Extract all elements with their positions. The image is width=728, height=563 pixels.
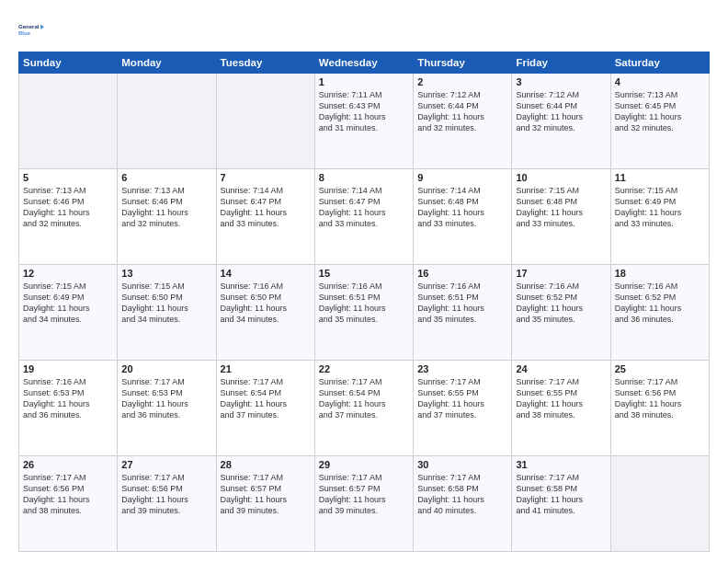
day-number: 14: [221, 268, 311, 279]
calendar-cell: 23Sunrise: 7:17 AMSunset: 6:55 PMDayligh…: [414, 361, 512, 456]
calendar-cell: 22Sunrise: 7:17 AMSunset: 6:54 PMDayligh…: [314, 361, 413, 456]
calendar-cell: 18Sunrise: 7:16 AMSunset: 6:52 PMDayligh…: [610, 265, 709, 361]
cell-content: Daylight: 11 hours: [121, 398, 211, 409]
cell-content: Sunset: 6:44 PM: [516, 100, 606, 111]
cell-content: Daylight: 11 hours: [417, 111, 507, 122]
day-header-monday: Monday: [118, 52, 216, 74]
cell-content: Sunset: 6:45 PM: [615, 100, 705, 111]
cell-content: and 31 minutes.: [319, 122, 409, 133]
cell-content: and 39 minutes.: [121, 505, 211, 516]
cell-content: Sunset: 6:46 PM: [121, 196, 211, 207]
day-number: 31: [516, 459, 606, 470]
cell-content: Sunset: 6:50 PM: [121, 292, 211, 303]
cell-content: and 33 minutes.: [417, 218, 507, 229]
calendar-cell: [118, 74, 216, 169]
cell-content: Daylight: 11 hours: [615, 111, 705, 122]
cell-content: Daylight: 11 hours: [516, 398, 606, 409]
cell-content: and 34 minutes.: [23, 314, 113, 325]
day-header-tuesday: Tuesday: [216, 52, 314, 74]
calendar-week-5: 26Sunrise: 7:17 AMSunset: 6:56 PMDayligh…: [19, 456, 710, 552]
cell-content: Sunset: 6:57 PM: [221, 483, 311, 494]
cell-content: Daylight: 11 hours: [417, 494, 507, 505]
cell-content: Sunset: 6:49 PM: [23, 292, 113, 303]
calendar-cell: 3Sunrise: 7:12 AMSunset: 6:44 PMDaylight…: [512, 74, 610, 169]
cell-content: Sunset: 6:47 PM: [319, 196, 409, 207]
cell-content: Daylight: 11 hours: [615, 207, 705, 218]
calendar-cell: 21Sunrise: 7:17 AMSunset: 6:54 PMDayligh…: [216, 361, 314, 456]
cell-content: Sunset: 6:54 PM: [319, 387, 409, 398]
cell-content: Daylight: 11 hours: [615, 303, 705, 314]
cell-content: Daylight: 11 hours: [221, 207, 311, 218]
day-number: 16: [417, 268, 507, 279]
cell-content: and 33 minutes.: [221, 218, 311, 229]
calendar-cell: 19Sunrise: 7:16 AMSunset: 6:53 PMDayligh…: [19, 361, 118, 456]
day-number: 6: [121, 172, 211, 183]
cell-content: and 35 minutes.: [319, 314, 409, 325]
calendar-cell: 24Sunrise: 7:17 AMSunset: 6:55 PMDayligh…: [512, 361, 610, 456]
cell-content: Sunrise: 7:15 AM: [615, 185, 705, 196]
calendar-cell: [216, 74, 314, 169]
calendar-header-row: SundayMondayTuesdayWednesdayThursdayFrid…: [19, 52, 710, 74]
cell-content: Daylight: 11 hours: [121, 494, 211, 505]
cell-content: Sunset: 6:58 PM: [417, 483, 507, 494]
day-header-saturday: Saturday: [610, 52, 709, 74]
cell-content: Sunset: 6:48 PM: [417, 196, 507, 207]
cell-content: Sunrise: 7:16 AM: [615, 281, 705, 292]
calendar-week-3: 12Sunrise: 7:15 AMSunset: 6:49 PMDayligh…: [19, 265, 710, 361]
day-header-wednesday: Wednesday: [314, 52, 413, 74]
day-number: 21: [221, 363, 311, 374]
cell-content: Daylight: 11 hours: [516, 303, 606, 314]
cell-content: Sunrise: 7:17 AM: [121, 472, 211, 483]
day-number: 2: [417, 76, 507, 87]
cell-content: Sunrise: 7:15 AM: [23, 281, 113, 292]
cell-content: Sunrise: 7:17 AM: [121, 376, 211, 387]
svg-text:General: General: [18, 24, 40, 29]
day-number: 28: [221, 459, 311, 470]
day-number: 20: [121, 363, 211, 374]
cell-content: Sunrise: 7:13 AM: [121, 185, 211, 196]
day-number: 30: [417, 459, 507, 470]
cell-content: Sunrise: 7:16 AM: [319, 281, 409, 292]
cell-content: and 34 minutes.: [221, 314, 311, 325]
calendar-cell: 12Sunrise: 7:15 AMSunset: 6:49 PMDayligh…: [19, 265, 118, 361]
cell-content: and 40 minutes.: [417, 505, 507, 516]
cell-content: Sunset: 6:49 PM: [615, 196, 705, 207]
cell-content: Sunrise: 7:16 AM: [23, 376, 113, 387]
cell-content: Sunrise: 7:15 AM: [121, 281, 211, 292]
calendar-cell: 20Sunrise: 7:17 AMSunset: 6:53 PMDayligh…: [118, 361, 216, 456]
cell-content: and 36 minutes.: [23, 409, 113, 420]
cell-content: Sunrise: 7:17 AM: [221, 376, 311, 387]
calendar-cell: [610, 456, 709, 552]
cell-content: Daylight: 11 hours: [121, 207, 211, 218]
cell-content: Daylight: 11 hours: [23, 494, 113, 505]
calendar-cell: 2Sunrise: 7:12 AMSunset: 6:44 PMDaylight…: [414, 74, 512, 169]
day-header-friday: Friday: [512, 52, 610, 74]
day-number: 27: [121, 459, 211, 470]
day-number: 7: [221, 172, 311, 183]
day-header-thursday: Thursday: [414, 52, 512, 74]
cell-content: Sunrise: 7:17 AM: [516, 376, 606, 387]
calendar-cell: 25Sunrise: 7:17 AMSunset: 6:56 PMDayligh…: [610, 361, 709, 456]
cell-content: and 38 minutes.: [23, 505, 113, 516]
day-number: 15: [319, 268, 409, 279]
calendar-cell: 17Sunrise: 7:16 AMSunset: 6:52 PMDayligh…: [512, 265, 610, 361]
calendar-cell: 30Sunrise: 7:17 AMSunset: 6:58 PMDayligh…: [414, 456, 512, 552]
cell-content: and 32 minutes.: [23, 218, 113, 229]
cell-content: Sunset: 6:43 PM: [319, 100, 409, 111]
calendar-cell: 29Sunrise: 7:17 AMSunset: 6:57 PMDayligh…: [314, 456, 413, 552]
day-number: 18: [615, 268, 705, 279]
day-number: 23: [417, 363, 507, 374]
cell-content: and 33 minutes.: [319, 218, 409, 229]
day-number: 10: [516, 172, 606, 183]
cell-content: Sunset: 6:56 PM: [23, 483, 113, 494]
day-number: 8: [319, 172, 409, 183]
cell-content: Daylight: 11 hours: [319, 207, 409, 218]
svg-text:Blue: Blue: [18, 30, 31, 36]
day-number: 19: [23, 363, 113, 374]
cell-content: and 37 minutes.: [417, 409, 507, 420]
cell-content: Sunrise: 7:16 AM: [417, 281, 507, 292]
calendar-cell: 5Sunrise: 7:13 AMSunset: 6:46 PMDaylight…: [19, 169, 118, 265]
day-number: 24: [516, 363, 606, 374]
cell-content: and 35 minutes.: [516, 314, 606, 325]
cell-content: Sunrise: 7:14 AM: [319, 185, 409, 196]
